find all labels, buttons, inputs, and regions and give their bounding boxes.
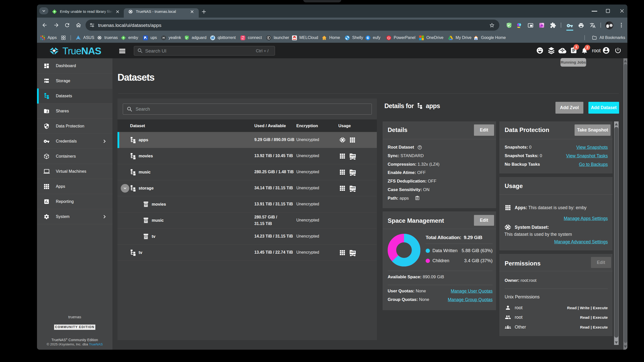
svg-text:?: ? — [419, 146, 421, 149]
